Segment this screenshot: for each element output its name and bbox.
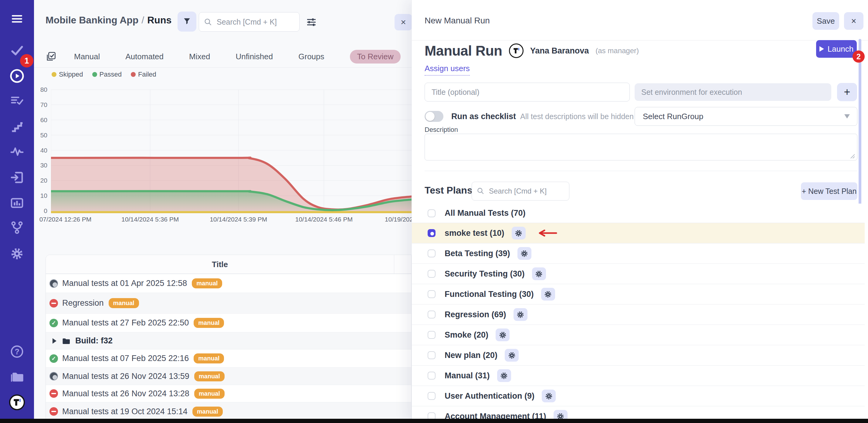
run-as-checklist-toggle[interactable]: [425, 111, 443, 122]
plan-label: Regression (69): [445, 310, 506, 319]
test-plan-row[interactable]: Functional Testing (30): [412, 284, 865, 304]
status-failed-icon: [50, 407, 58, 416]
test-plan-row-selected[interactable]: smoke test (10): [412, 223, 865, 243]
run-title-heading: Manual Run: [425, 43, 502, 59]
description-textarea[interactable]: [425, 134, 857, 161]
plan-settings-button[interactable]: [518, 247, 531, 260]
branch-icon[interactable]: [10, 221, 24, 234]
run-title[interactable]: Manual tests at 26 Nov 2024 13:28: [62, 389, 189, 398]
plan-label: All Manual Tests (70): [445, 208, 526, 218]
test-plan-row[interactable]: New plan (20): [412, 345, 865, 365]
table-header: Title: [46, 255, 411, 274]
help-icon[interactable]: ?: [10, 345, 24, 359]
expand-caret-icon[interactable]: [53, 338, 57, 344]
runs-table: Title Manual tests at 01 Apr 2025 12:58 …: [45, 255, 411, 421]
assign-users-link[interactable]: Assign users: [425, 64, 470, 76]
test-plans-heading: Test Plans: [425, 185, 472, 196]
plan-settings-button[interactable]: [496, 329, 509, 341]
plan-settings-button[interactable]: [514, 308, 527, 321]
plan-label: Smoke (20): [445, 330, 488, 340]
table-row[interactable]: Manual tests at 26 Nov 2024 13:59 manual: [46, 367, 411, 385]
column-title[interactable]: Title: [46, 255, 394, 274]
plan-checkbox[interactable]: [428, 392, 436, 400]
plan-settings-button[interactable]: [542, 390, 556, 402]
menu-icon[interactable]: [11, 13, 23, 25]
run-title[interactable]: Manual tests at 26 Nov 2024 13:59: [62, 372, 189, 381]
folder-icon[interactable]: [10, 369, 24, 384]
plan-label: User Authentication (9): [445, 391, 534, 401]
table-row[interactable]: Regression manual: [46, 293, 411, 313]
save-button[interactable]: Save: [812, 12, 839, 30]
drawer-title: New Manual Run: [425, 16, 490, 26]
test-plan-row[interactable]: Regression (69): [412, 304, 865, 325]
test-plan-row[interactable]: Manual (31): [412, 365, 865, 386]
rungroup-value: Select RunGroup: [643, 112, 703, 121]
app-logo[interactable]: [9, 394, 25, 410]
test-plan-row[interactable]: Smoke (20): [412, 325, 865, 345]
test-plan-row[interactable]: All Manual Tests (70): [412, 204, 865, 223]
plan-settings-button[interactable]: [532, 267, 546, 280]
play-circle-icon[interactable]: [10, 69, 24, 83]
manager-name: Yana Baranova: [530, 46, 589, 56]
plan-checkbox[interactable]: [428, 250, 436, 257]
plan-checkbox[interactable]: [428, 372, 436, 379]
check-icon[interactable]: [10, 44, 24, 57]
environment-input[interactable]: [634, 83, 831, 101]
plan-label: Functional Testing (30): [445, 290, 534, 299]
plan-checkbox[interactable]: [428, 331, 436, 339]
run-title[interactable]: Manual tests at 27 Feb 2025 22:50: [62, 318, 189, 328]
activity-icon[interactable]: [10, 145, 24, 159]
manager-avatar[interactable]: [509, 44, 524, 58]
list-check-icon[interactable]: [10, 94, 24, 107]
build-group-title[interactable]: Build: f32: [75, 336, 113, 345]
area-chart: [51, 82, 411, 216]
table-row[interactable]: Manual tests at 01 Apr 2025 12:58 manual: [46, 274, 411, 293]
run-title[interactable]: Manual tests at 07 Feb 2025 22:16: [62, 354, 189, 363]
launch-button[interactable]: Launch: [816, 40, 857, 58]
plan-checkbox[interactable]: [428, 270, 436, 278]
runs-trend-chart: 01020304050607080 07/2024 12:26 PM10/14/…: [34, 0, 411, 231]
test-plan-row[interactable]: Security Testing (30): [412, 263, 865, 284]
add-environment-button[interactable]: +: [837, 83, 857, 101]
run-title-input[interactable]: [425, 83, 630, 102]
plan-settings-button[interactable]: [512, 227, 526, 239]
plan-checkbox[interactable]: [428, 290, 436, 298]
manual-badge: manual: [108, 298, 139, 308]
settings-icon[interactable]: [10, 247, 24, 261]
bar-chart-icon[interactable]: [10, 196, 24, 210]
manual-badge: manual: [192, 278, 222, 288]
plan-settings-button[interactable]: [505, 349, 519, 362]
rungroup-select[interactable]: Select RunGroup: [634, 107, 857, 126]
run-title[interactable]: Regression: [62, 299, 104, 308]
description-label: Description: [425, 126, 458, 134]
plan-checkbox[interactable]: [428, 351, 436, 359]
manager-role: (as manager): [595, 47, 639, 55]
steps-icon[interactable]: [10, 120, 24, 133]
table-row[interactable]: Manual tests at 19 Oct 2024 15:14 manual: [46, 402, 411, 421]
plan-settings-button[interactable]: [497, 369, 511, 382]
drawer-close-button[interactable]: ×: [844, 12, 863, 30]
sign-in-icon[interactable]: [10, 170, 24, 185]
plan-checkbox[interactable]: [428, 209, 436, 217]
checklist-hint: All test descriptions will be hidden: [520, 112, 634, 121]
plan-label: New plan (20): [445, 351, 497, 360]
table-row-build-group[interactable]: Build: f32: [46, 332, 411, 349]
status-failed-icon: [50, 389, 58, 398]
plan-checkbox-checked[interactable]: [428, 229, 436, 237]
test-plan-row[interactable]: User Authentication (9): [412, 386, 865, 406]
run-title[interactable]: Manual tests at 19 Oct 2024 15:14: [62, 407, 188, 416]
plan-settings-button[interactable]: [541, 288, 555, 301]
run-title[interactable]: Manual tests at 01 Apr 2025 12:58: [62, 279, 187, 288]
manual-badge: manual: [194, 318, 224, 328]
test-plans-search-input[interactable]: [472, 182, 569, 201]
test-plan-row[interactable]: Beta Testing (39): [412, 243, 865, 263]
table-row[interactable]: Manual tests at 26 Nov 2024 13:28 manual: [46, 385, 411, 402]
plan-checkbox[interactable]: [428, 311, 436, 318]
test-plans-list: All Manual Tests (70) smoke test (10) Be…: [412, 204, 865, 423]
table-row[interactable]: ✓ Manual tests at 27 Feb 2025 22:50 manu…: [46, 313, 411, 332]
table-row[interactable]: ✓ Manual tests at 07 Feb 2025 22:16 manu…: [46, 349, 411, 367]
manual-badge: manual: [194, 371, 225, 382]
new-test-plan-button[interactable]: + New Test Plan: [801, 182, 857, 200]
runs-count-badge: 1: [20, 54, 33, 67]
svg-text:?: ?: [14, 347, 19, 356]
